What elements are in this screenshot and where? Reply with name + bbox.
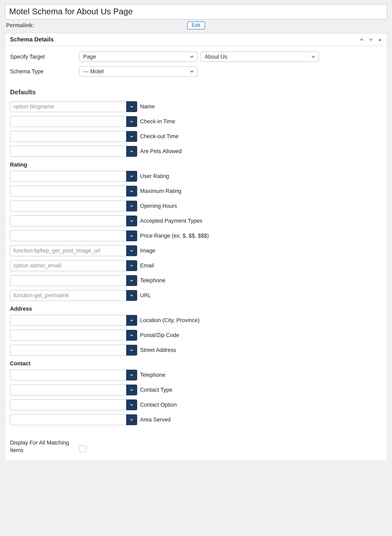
contact-option-input[interactable] [10, 399, 126, 410]
max-rating-dropdown-button[interactable] [126, 186, 137, 196]
max-rating-input[interactable] [10, 186, 126, 196]
user-rating-dropdown-button[interactable] [126, 171, 137, 182]
display-matching-label: Display For All Matching Items [10, 439, 79, 454]
email-input[interactable] [10, 260, 126, 271]
rating-heading: Rating [10, 162, 382, 168]
checkin-dropdown-button[interactable] [126, 116, 137, 127]
chevron-up-icon[interactable] [359, 37, 364, 43]
pets-label: Are Pets Allowed [137, 146, 182, 157]
image-dropdown-button[interactable] [126, 245, 137, 256]
permalink-label: Permalink: [6, 22, 34, 29]
contact-option-label: Contact Option [137, 399, 177, 410]
postal-dropdown-button[interactable] [126, 330, 137, 341]
schema-type-select[interactable]: --- Motel [79, 66, 197, 77]
contact-telephone-label: Telephone [137, 370, 166, 380]
postal-label: Postal/Zip Code [137, 330, 179, 341]
payment-types-label: Accepted Payment Types [137, 215, 202, 226]
checkin-label: Check-in Time [137, 116, 175, 127]
street-input[interactable] [10, 345, 126, 356]
contact-telephone-input[interactable] [10, 370, 126, 380]
opening-hours-input[interactable] [10, 201, 126, 211]
location-label: Location (City, Province) [137, 315, 200, 326]
price-range-input[interactable] [10, 230, 126, 241]
email-dropdown-button[interactable] [126, 260, 137, 271]
defaults-heading: Defaults [10, 88, 382, 96]
max-rating-label: Maximum Rating [137, 186, 182, 196]
name-dropdown-button[interactable] [126, 101, 137, 112]
contact-type-label: Contact Type [137, 385, 173, 395]
contact-option-dropdown-button[interactable] [126, 399, 137, 410]
email-label: Email [137, 260, 154, 271]
price-range-dropdown-button[interactable] [126, 230, 137, 241]
telephone-label: Telephone [137, 275, 166, 286]
metabox-title: Schema Details [10, 36, 54, 43]
checkout-dropdown-button[interactable] [126, 131, 137, 142]
pets-input[interactable] [10, 146, 126, 157]
specify-target-label: Specify Target [10, 54, 79, 60]
image-input[interactable] [10, 245, 126, 256]
checkout-label: Check-out Time [137, 131, 179, 142]
url-label: URL [137, 290, 151, 301]
address-heading: Address [10, 306, 382, 312]
url-input[interactable] [10, 290, 126, 301]
area-served-input[interactable] [10, 414, 126, 425]
payment-types-input[interactable] [10, 215, 126, 226]
contact-type-dropdown-button[interactable] [126, 385, 137, 395]
location-input[interactable] [10, 315, 126, 326]
display-matching-checkbox[interactable] [79, 445, 86, 452]
checkout-input[interactable] [10, 131, 126, 142]
url-dropdown-button[interactable] [126, 290, 137, 301]
target-type-select[interactable]: Page [79, 52, 197, 62]
pets-dropdown-button[interactable] [126, 146, 137, 157]
telephone-dropdown-button[interactable] [126, 275, 137, 286]
contact-type-input[interactable] [10, 385, 126, 395]
street-dropdown-button[interactable] [126, 345, 137, 356]
user-rating-label: User Rating [137, 171, 169, 182]
image-label: Image [137, 245, 155, 256]
opening-hours-dropdown-button[interactable] [126, 201, 137, 211]
chevron-down-icon[interactable] [368, 37, 374, 43]
contact-telephone-dropdown-button[interactable] [126, 370, 137, 380]
collapse-icon[interactable] [378, 37, 382, 42]
area-served-dropdown-button[interactable] [126, 414, 137, 425]
opening-hours-label: Opening Hours [137, 201, 177, 211]
telephone-input[interactable] [10, 275, 126, 286]
post-title-input[interactable] [5, 4, 387, 19]
contact-heading: Contact [10, 360, 382, 367]
postal-input[interactable] [10, 330, 126, 341]
area-served-label: Area Served [137, 414, 171, 425]
target-page-select[interactable]: About Us [201, 52, 319, 62]
location-dropdown-button[interactable] [126, 315, 137, 326]
user-rating-input[interactable] [10, 171, 126, 182]
name-label: Name [137, 101, 155, 112]
schema-type-label: Schema Type [10, 68, 79, 75]
street-label: Street Address [137, 345, 176, 356]
schema-details-metabox: Schema Details Specify Target Page About… [5, 33, 387, 461]
edit-permalink-button[interactable]: Edit [187, 21, 205, 29]
payment-types-dropdown-button[interactable] [126, 215, 137, 226]
checkin-input[interactable] [10, 116, 126, 127]
name-input[interactable] [10, 101, 126, 112]
price-range-label: Price Range (ex. $, $$, $$$) [137, 230, 209, 241]
